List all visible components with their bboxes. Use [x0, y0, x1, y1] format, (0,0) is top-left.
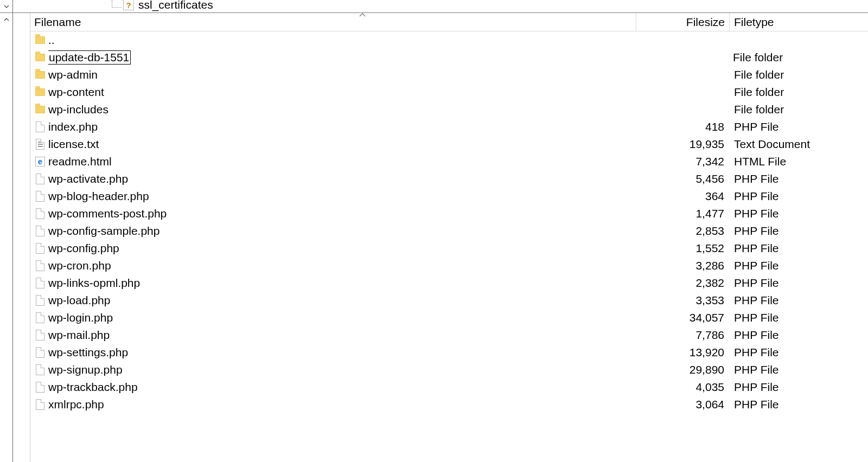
filesize-cell: 3,353	[636, 294, 730, 307]
chevron-down-icon[interactable]	[1, 1, 12, 12]
row-icon-slot	[34, 312, 46, 324]
filetype-cell: Text Document	[730, 138, 868, 151]
file-row[interactable]: wp-cron.php3,286PHP File	[30, 257, 868, 274]
generic-file-icon	[36, 399, 44, 410]
file-row[interactable]: wp-contentFile folder	[30, 84, 868, 101]
filesize-cell: 1,552	[636, 242, 730, 255]
filetype-cell: PHP File	[730, 242, 868, 255]
folder-icon	[35, 71, 45, 79]
row-icon-slot	[34, 294, 46, 306]
generic-file-icon	[36, 364, 44, 375]
filename-cell: wp-cron.php	[48, 259, 636, 272]
file-row[interactable]: wp-activate.php5,456PHP File	[30, 170, 868, 188]
tree-item-ssl-certificates[interactable]: ? ssl_certificates	[123, 0, 213, 11]
file-row[interactable]: wp-mail.php7,786PHP File	[30, 326, 868, 344]
file-row[interactable]: license.txt19,935Text Document	[30, 136, 868, 153]
row-icon-slot	[34, 190, 46, 202]
filename-cell: wp-settings.php	[48, 346, 636, 359]
row-icon-slot	[34, 173, 46, 185]
generic-file-icon	[36, 174, 44, 184]
file-list-panel: Filename Filesize Filetype ..update-db-1…	[30, 13, 868, 462]
filename-cell: wp-config-sample.php	[48, 224, 636, 238]
folder-icon	[35, 54, 45, 61]
row-icon-slot	[34, 260, 46, 272]
file-row[interactable]: wp-trackback.php4,035PHP File	[30, 378, 868, 396]
column-header-label: Filename	[34, 16, 81, 29]
filetype-cell: File folder	[730, 68, 868, 81]
filename-cell: wp-admin	[48, 68, 636, 81]
row-icon-slot	[34, 86, 46, 98]
filename-cell: index.php	[48, 120, 636, 133]
row-icon-slot	[34, 329, 46, 341]
panel-divider[interactable]	[13, 13, 30, 462]
column-header-row: Filename Filesize Filetype	[30, 13, 868, 31]
gutter-spacer	[13, 0, 26, 12]
row-icon-slot	[34, 399, 46, 410]
filesize-cell: 5,456	[636, 172, 730, 185]
filesize-cell: 364	[636, 190, 730, 203]
filename-cell: wp-login.php	[48, 311, 636, 324]
tree-panel-strip: ? ssl_certificates	[0, 0, 868, 13]
chevron-up-icon[interactable]	[1, 14, 12, 25]
file-row[interactable]: ..	[30, 31, 868, 49]
filetype-cell: HTML File	[730, 155, 868, 168]
column-header-filetype[interactable]: Filetype	[730, 13, 868, 31]
filetype-cell: File folder	[730, 86, 868, 99]
filename-cell: xmlrpc.php	[48, 398, 636, 411]
filetype-cell: PHP File	[730, 329, 868, 342]
generic-file-icon	[36, 295, 44, 306]
filename-cell: wp-includes	[48, 103, 636, 116]
file-row[interactable]: wp-comments-post.php1,477PHP File	[30, 205, 868, 222]
filename-cell: ..	[48, 34, 636, 47]
html-file-icon: e	[35, 157, 45, 166]
filename-cell: wp-links-opml.php	[48, 277, 636, 290]
filesize-cell: 7,786	[636, 329, 730, 342]
row-icon-slot	[34, 381, 46, 393]
row-icon-slot	[34, 52, 46, 63]
row-icon-slot	[34, 347, 46, 358]
folder-icon	[35, 88, 45, 96]
filename-cell: wp-blog-header.php	[48, 190, 636, 203]
file-row[interactable]: xmlrpc.php3,064PHP File	[30, 396, 868, 413]
filename-cell[interactable]: update-db-1551	[48, 50, 635, 65]
file-row[interactable]: wp-load.php3,353PHP File	[30, 292, 868, 309]
row-icon-slot	[34, 34, 46, 46]
file-row[interactable]: index.php418PHP File	[30, 118, 868, 136]
column-header-filename[interactable]: Filename	[30, 13, 636, 31]
filetype-cell: PHP File	[730, 172, 868, 185]
filename-cell: wp-trackback.php	[48, 381, 636, 394]
filetype-cell: PHP File	[730, 346, 868, 359]
unknown-file-icon: ?	[123, 0, 134, 10]
file-list-body[interactable]: ..update-db-1551File folderwp-adminFile …	[30, 31, 868, 462]
file-row[interactable]: wp-login.php34,057PHP File	[30, 309, 868, 326]
row-icon-slot	[34, 277, 46, 289]
filesize-cell: 3,286	[636, 259, 730, 272]
generic-file-icon	[36, 208, 44, 219]
rename-input[interactable]: update-db-1551	[48, 50, 131, 65]
row-icon-slot	[34, 121, 46, 133]
tree-scroll-gutter	[0, 0, 13, 12]
file-row[interactable]: wp-signup.php29,890PHP File	[30, 361, 868, 378]
column-header-filesize[interactable]: Filesize	[636, 13, 730, 31]
file-row[interactable]: wp-settings.php13,920PHP File	[30, 344, 868, 361]
filesize-cell: 1,477	[636, 207, 730, 220]
file-row[interactable]: wp-blog-header.php364PHP File	[30, 188, 868, 205]
file-row[interactable]: wp-config.php1,552PHP File	[30, 240, 868, 257]
row-icon-slot	[34, 138, 46, 150]
row-icon-slot	[34, 364, 46, 376]
filesize-cell: 3,064	[636, 398, 730, 411]
filesize-cell: 2,382	[636, 277, 730, 290]
generic-file-icon	[36, 191, 44, 202]
tree-item-label: ssl_certificates	[138, 0, 213, 11]
file-row[interactable]: wp-adminFile folder	[30, 66, 868, 84]
filetype-cell: PHP File	[730, 398, 868, 411]
filename-cell: wp-signup.php	[48, 363, 636, 376]
file-row[interactable]: wp-config-sample.php2,853PHP File	[30, 222, 868, 240]
row-icon-slot	[34, 225, 46, 237]
file-row[interactable]: wp-includesFile folder	[30, 101, 868, 118]
tree-connector-line	[112, 0, 122, 8]
generic-file-icon	[36, 121, 44, 132]
file-row[interactable]: ereadme.html7,342HTML File	[30, 153, 868, 170]
file-row[interactable]: wp-links-opml.php2,382PHP File	[30, 274, 868, 292]
file-row[interactable]: update-db-1551File folder	[30, 49, 868, 66]
